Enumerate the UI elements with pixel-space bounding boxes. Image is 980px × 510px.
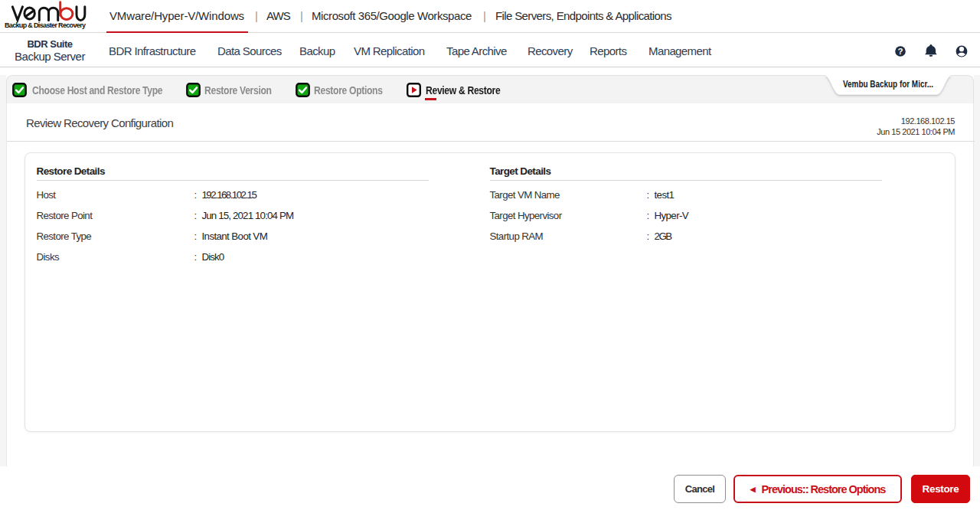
svg-text:Vembu Backup for Micr...: Vembu Backup for Micr... xyxy=(843,79,933,90)
svg-text:Backup & Disaster Recovery: Backup & Disaster Recovery xyxy=(5,21,86,29)
svg-text:?: ? xyxy=(897,47,903,56)
